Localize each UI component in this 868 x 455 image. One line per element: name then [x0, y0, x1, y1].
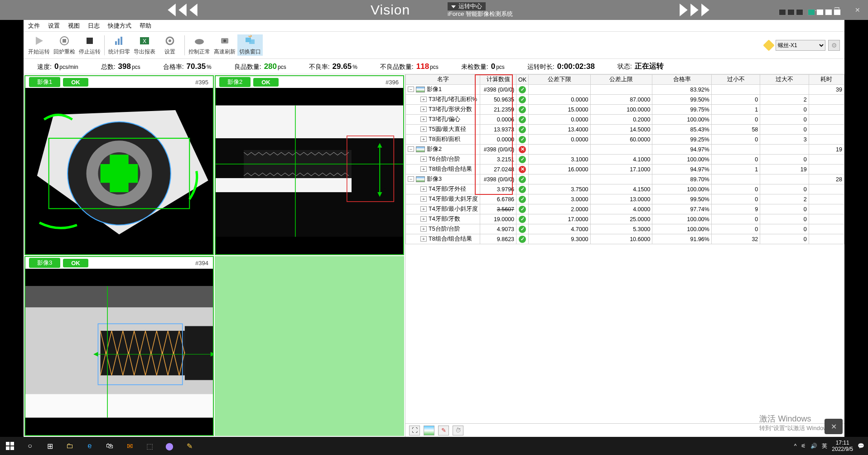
tool-excel[interactable]: X导出报表 [132, 34, 157, 56]
gear-icon [164, 34, 176, 47]
svg-point-20 [223, 39, 226, 42]
svg-marker-7 [36, 37, 43, 45]
table-row[interactable]: +T6台阶/台阶3.2151✓3.10004.1000100.00%00 [406, 155, 844, 165]
search-button[interactable]: ○ [20, 437, 40, 455]
app-icon-1[interactable]: ⬚ [140, 437, 159, 455]
wifi-icon[interactable]: ⚟ [801, 443, 806, 449]
svg-rect-11 [115, 41, 117, 45]
menu-help[interactable]: 帮助 [140, 22, 151, 30]
ime-indicator[interactable]: 英 [822, 442, 827, 450]
menu-settings[interactable]: 设置 [48, 22, 60, 30]
view-panel-3[interactable]: 影像3OK#394 [24, 256, 214, 436]
col-header[interactable]: 计算数值 [480, 75, 516, 85]
col-header[interactable]: OK [516, 75, 529, 85]
tool-ctrl[interactable]: 控制正常 [187, 34, 212, 56]
taskview-button[interactable]: ⊞ [40, 437, 60, 455]
tool-swap[interactable]: 切换窗口 [237, 34, 263, 56]
edit-button[interactable]: ✎ [438, 426, 449, 436]
table-row[interactable]: −影像3#398 (0/0/0)✓89.70%28 [406, 174, 844, 184]
store-icon[interactable]: 🛍 [100, 437, 120, 455]
view1-status: OK [63, 78, 88, 87]
edge-icon[interactable]: e [80, 437, 100, 455]
product-config-button[interactable]: ⚙ [828, 40, 840, 51]
table-row[interactable]: +T8组合/组合结果9.8623✓9.300010.600091.96%320 [406, 234, 844, 244]
menu-file[interactable]: 文件 [28, 22, 40, 30]
table-row[interactable]: +T4牙部/最大斜牙度6.6786✓3.000013.000099.50%02 [406, 194, 844, 204]
menu-view[interactable]: 视图 [68, 22, 80, 30]
table-row[interactable]: −影像2#398 (0/0/0)✕94.97%19 [406, 145, 844, 155]
notification-popup[interactable]: ✕ [825, 419, 843, 434]
table-row[interactable]: +T8组合/组合结果27.0248✕16.000017.100094.97%11… [406, 165, 844, 174]
col-header[interactable]: 合格率 [652, 75, 712, 85]
tool-stop[interactable]: 停止运转 [77, 34, 102, 56]
tool-play[interactable]: 开始运转 [26, 34, 52, 56]
view3-image [25, 269, 213, 435]
stop-icon [83, 34, 96, 47]
tray-chevron-icon[interactable]: ^ [794, 443, 797, 449]
table-row[interactable]: +T8面积/面积0.0000✓0.000060.000099.25%03 [406, 135, 844, 145]
svg-point-18 [195, 39, 204, 44]
app-icon-2[interactable]: ⬤ [159, 437, 179, 455]
mail-icon[interactable]: ✉ [120, 437, 140, 455]
view2-image [216, 88, 403, 254]
view-panel-1[interactable]: 影像1OK#395 [24, 75, 214, 255]
table-row[interactable]: +T4牙部/最小斜牙度3.5607✓2.00004.000097.74%90 [406, 204, 844, 214]
col-header[interactable]: 公差上限 [590, 75, 652, 85]
col-header[interactable]: 公差下限 [529, 75, 590, 85]
start-button[interactable] [0, 437, 20, 455]
table-row[interactable]: +T3堵孔/堵孔面积%50.9635✓0.000087.000099.50%02 [406, 95, 844, 105]
col-header[interactable]: 过大不 [760, 75, 809, 85]
image-button[interactable] [424, 426, 434, 436]
svg-text:X: X [143, 38, 146, 44]
table-row[interactable]: −影像1#398 (0/0/0)✓83.92%39 [406, 85, 844, 95]
svg-marker-5 [690, 4, 699, 16]
svg-rect-9 [63, 39, 66, 43]
clock[interactable]: 17:112022/9/5 [832, 440, 853, 452]
app-logo: Vision [371, 2, 410, 18]
view-panel-2[interactable]: 影像2OK#396 [215, 75, 404, 255]
action-center-icon[interactable]: 💬 [858, 443, 864, 449]
tool-gear[interactable]: 设置 [157, 34, 183, 56]
volume-icon[interactable]: 🔊 [810, 443, 817, 449]
play-icon [33, 34, 45, 47]
menu-log[interactable]: 日志 [88, 22, 100, 30]
app-icon-3[interactable]: ✎ [179, 437, 199, 455]
col-header[interactable]: 名字 [406, 75, 480, 85]
tool-chart[interactable]: 统计归零 [106, 34, 132, 56]
app-window: 文件 设置 视图 日志 快捷方式 帮助 开始运转回炉重检停止运转统计归零X导出报… [24, 20, 844, 437]
explorer-icon[interactable]: 🗀 [60, 437, 80, 455]
results-table[interactable]: 名字计算数值OK公差下限公差上限合格率过小不过大不耗时 −影像1#398 (0/… [405, 74, 844, 244]
view-panel-4-empty[interactable] [215, 256, 404, 436]
windows-taskbar: ○ ⊞ 🗀 e 🛍 ✉ ⬚ ⬤ ✎ ^ ⚟ 🔊 英 17:112022/9/5 … [0, 437, 868, 455]
view3-name: 影像3 [29, 258, 60, 268]
svg-rect-32 [216, 106, 403, 138]
camera-views: 影像1OK#395 [24, 74, 405, 437]
fit-button[interactable]: ⛶ [409, 426, 420, 436]
menu-shortcuts[interactable]: 快捷方式 [108, 22, 131, 30]
table-row[interactable]: +T4牙部/牙外径3.9796✓3.75004.1500100.00%00 [406, 184, 844, 194]
table-row[interactable]: +T5圆/最大直径13.9373✓13.400014.500085.43%580 [406, 125, 844, 135]
system-tray[interactable]: ^ ⚟ 🔊 英 17:112022/9/5 💬 [794, 440, 868, 452]
view1-frame: #395 [195, 79, 208, 86]
view1-name: 影像1 [29, 77, 60, 87]
table-row[interactable]: +T5台阶/台阶4.9073✓4.70005.3000100.00%00 [406, 224, 844, 234]
product-dropdown[interactable]: 螺丝-X1 [776, 40, 825, 51]
tool-recycle[interactable]: 回炉重检 [52, 34, 77, 56]
svg-marker-0 [168, 4, 176, 16]
svg-rect-12 [118, 39, 120, 45]
tool-refresh[interactable]: 高速刷新 [212, 34, 237, 56]
timer-button[interactable]: ⏱ [453, 426, 463, 436]
table-row[interactable]: +T4牙部/牙数19.0000✓17.000025.0000100.00%00 [406, 214, 844, 224]
window-close[interactable]: ✕ [847, 3, 868, 17]
tag-icon [763, 39, 774, 51]
svg-marker-2 [189, 4, 198, 16]
nav-back-arrows[interactable] [167, 4, 198, 16]
recycle-icon [58, 34, 71, 47]
col-header[interactable]: 过小不 [711, 75, 760, 85]
svg-rect-53 [10, 442, 14, 445]
table-row[interactable]: +T3堵孔/形状分数21.2359✓15.0000100.000099.75%1… [406, 105, 844, 115]
col-header[interactable]: 耗时 [809, 75, 844, 85]
nav-fwd-arrows[interactable] [679, 4, 710, 16]
table-row[interactable]: +T3堵孔/偏心0.0006✓0.00000.2000100.00%00 [406, 115, 844, 125]
layout-indicators[interactable] [779, 9, 841, 15]
